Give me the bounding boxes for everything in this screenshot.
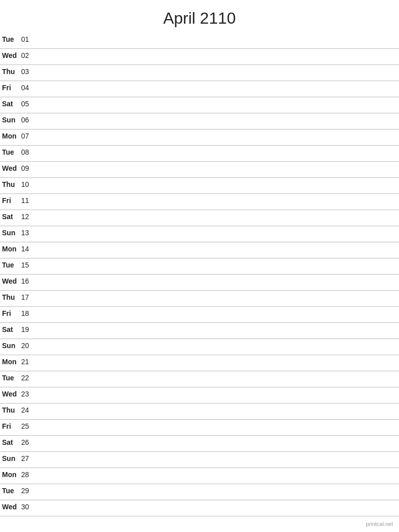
day-name: Thu [0, 406, 21, 414]
day-content-area[interactable] [36, 438, 399, 448]
day-content-area[interactable] [36, 293, 399, 303]
day-number: 04 [21, 83, 36, 92]
day-content-area[interactable] [36, 341, 399, 351]
day-name: Tue [0, 486, 21, 495]
calendar-row: Mon07 [0, 129, 399, 146]
day-content-area[interactable] [36, 373, 399, 383]
day-content-area[interactable] [36, 357, 399, 367]
day-number: 13 [21, 228, 36, 237]
day-name: Wed [0, 389, 21, 398]
day-name: Tue [0, 35, 21, 43]
day-content-area[interactable] [36, 470, 399, 480]
day-number: 03 [21, 67, 36, 76]
day-name: Mon [0, 131, 21, 140]
calendar-row: Fri11 [0, 194, 399, 210]
calendar-row: Fri25 [0, 420, 399, 436]
day-number: 09 [21, 164, 36, 172]
day-content-area[interactable] [36, 325, 399, 335]
calendar-row: Sat26 [0, 436, 399, 452]
calendar-row: Sat19 [0, 323, 399, 339]
day-number: 18 [21, 309, 36, 317]
day-content-area[interactable] [36, 51, 399, 61]
day-content-area[interactable] [36, 148, 399, 158]
day-number: 21 [21, 357, 36, 366]
calendar-container: Tue01Wed02Thu03Fri04Sat05Sun06Mon07Tue08… [0, 33, 399, 516]
day-content-area[interactable] [36, 277, 399, 287]
footer-text: printcal.net [366, 521, 393, 527]
day-number: 17 [21, 293, 36, 301]
day-number: 07 [21, 131, 36, 140]
day-name: Mon [0, 244, 21, 253]
day-content-area[interactable] [36, 454, 399, 464]
page-title: April 2110 [0, 0, 399, 33]
day-content-area[interactable] [36, 212, 399, 222]
day-content-area[interactable] [36, 309, 399, 319]
day-name: Sun [0, 454, 21, 462]
day-name: Sun [0, 341, 21, 350]
day-content-area[interactable] [36, 228, 399, 238]
calendar-row: Thu17 [0, 291, 399, 307]
day-number: 26 [21, 438, 36, 446]
calendar-row: Tue15 [0, 258, 399, 275]
calendar-row: Sat05 [0, 97, 399, 113]
calendar-row: Wed02 [0, 49, 399, 65]
day-number: 10 [21, 180, 36, 188]
day-content-area[interactable] [36, 389, 399, 400]
day-content-area[interactable] [36, 99, 399, 109]
day-content-area[interactable] [36, 244, 399, 254]
day-content-area[interactable] [36, 260, 399, 271]
day-name: Mon [0, 357, 21, 366]
day-content-area[interactable] [36, 115, 399, 125]
day-number: 23 [21, 389, 36, 398]
calendar-row: Mon28 [0, 468, 399, 484]
day-content-area[interactable] [36, 502, 399, 512]
calendar-row: Mon21 [0, 355, 399, 371]
day-name: Sat [0, 212, 21, 221]
day-name: Sat [0, 99, 21, 108]
day-content-area[interactable] [36, 196, 399, 206]
calendar-row: Wed16 [0, 275, 399, 291]
day-number: 28 [21, 470, 36, 479]
day-number: 24 [21, 406, 36, 414]
day-name: Thu [0, 67, 21, 76]
day-name: Mon [0, 470, 21, 479]
calendar-row: Mon14 [0, 242, 399, 258]
calendar-row: Tue22 [0, 371, 399, 387]
day-name: Sun [0, 115, 21, 124]
day-number: 16 [21, 277, 36, 285]
day-number: 02 [21, 51, 36, 59]
day-name: Wed [0, 502, 21, 511]
calendar-row: Sat12 [0, 210, 399, 226]
day-content-area[interactable] [36, 180, 399, 190]
calendar-row: Wed09 [0, 162, 399, 178]
day-content-area[interactable] [36, 35, 399, 45]
day-number: 29 [21, 486, 36, 495]
day-name: Fri [0, 196, 21, 205]
calendar-row: Tue29 [0, 484, 399, 500]
calendar-row: Tue08 [0, 146, 399, 162]
calendar-row: Fri18 [0, 307, 399, 323]
day-name: Sun [0, 228, 21, 237]
calendar-row: Thu10 [0, 178, 399, 194]
day-name: Thu [0, 180, 21, 188]
day-content-area[interactable] [36, 422, 399, 432]
day-name: Wed [0, 277, 21, 285]
day-content-area[interactable] [36, 83, 399, 93]
day-number: 22 [21, 373, 36, 382]
day-content-area[interactable] [36, 67, 399, 77]
day-content-area[interactable] [36, 164, 399, 174]
day-number: 08 [21, 148, 36, 156]
day-content-area[interactable] [36, 131, 399, 142]
day-name: Wed [0, 51, 21, 59]
day-number: 11 [21, 196, 36, 205]
day-name: Wed [0, 164, 21, 172]
calendar-row: Thu03 [0, 65, 399, 81]
calendar-row: Sun13 [0, 226, 399, 242]
day-name: Fri [0, 83, 21, 92]
day-number: 12 [21, 212, 36, 221]
day-content-area[interactable] [36, 486, 399, 496]
day-content-area[interactable] [36, 406, 399, 416]
day-name: Tue [0, 373, 21, 382]
calendar-row: Fri04 [0, 81, 399, 97]
day-name: Fri [0, 309, 21, 317]
